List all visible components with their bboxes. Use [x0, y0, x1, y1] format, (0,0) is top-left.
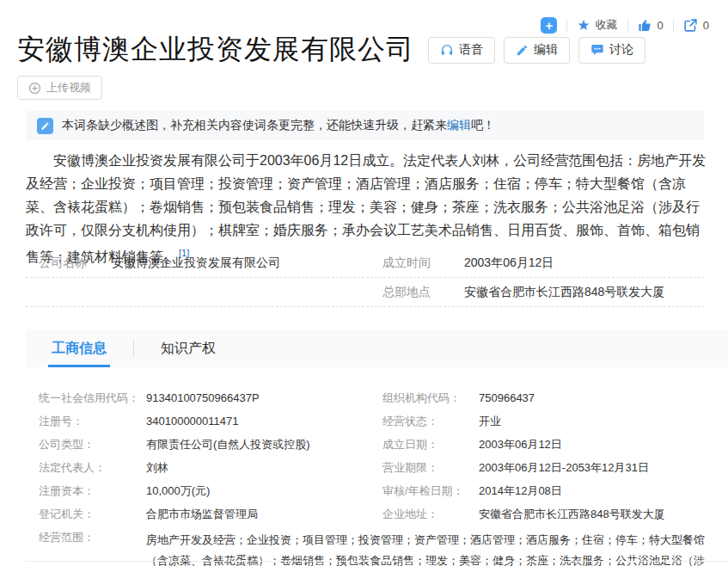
table-row: 注册资本： 10,000万(元) 审核/年检日期： 2014年12月08日 [39, 479, 707, 502]
divider [673, 19, 674, 32]
term-value: 2003年06月12日-2053年12月31日 [479, 460, 707, 476]
upload-video-button[interactable]: 上传视频 [17, 76, 102, 100]
divider [566, 19, 567, 32]
company-name-value: 安徽博澳企业投资发展有限公司 [112, 255, 382, 271]
org-code-label: 组织机构代码： [382, 391, 479, 406]
address-label: 企业地址： [382, 507, 479, 522]
table-row: 公司名称 安徽博澳企业投资发展有限公司 成立时间 2003年06月12日 [26, 249, 705, 278]
upload-video-label: 上传视频 [46, 80, 91, 95]
tab-business-info[interactable]: 工商信息 [50, 329, 108, 367]
divider [133, 340, 134, 357]
hq-value: 安徽省合肥市长江西路848号联发大厦 [464, 285, 705, 300]
divider [627, 19, 628, 32]
like-button[interactable]: 0 [638, 18, 664, 33]
table-row: 总部地点 安徽省合肥市长江西路848号联发大厦 [26, 278, 705, 307]
voice-label: 语音 [459, 42, 483, 58]
table-row: 登记机关： 合肥市市场监督管理局 企业地址： 安徽省合肥市长江西路848号联发大… [39, 502, 707, 526]
company-type-label: 公司类型： [39, 437, 146, 452]
table-row: 法定代表人： 刘林 营业期限： 2003年06月12日-2053年12月31日 [39, 456, 707, 479]
address-value: 安徽省合肥市长江西路848号联发大厦 [479, 507, 707, 522]
founded-value: 2003年06月12日 [464, 255, 705, 271]
notice-text: 本词条缺少概述图，补充相关内容使词条更完整，还能快速升级，赶紧来编辑吧！ [62, 118, 495, 133]
reg-capital-label: 注册资本： [39, 483, 146, 499]
edit-label: 编辑 [534, 42, 558, 58]
status-label: 经营状态： [382, 414, 479, 429]
table-row: 公司类型： 有限责任公司(自然人投资或控股) 成立日期： 2003年06月12日 [39, 433, 707, 456]
thumb-up-icon [638, 18, 652, 33]
table-row: 统一社会信用代码： 91340100750966437P 组织机构代码： 750… [39, 386, 707, 409]
share-count: 0 [703, 19, 709, 32]
status-value: 开业 [479, 414, 707, 429]
circle-plus-icon [28, 82, 41, 95]
title-buttons: 语音 编辑 讨论 [428, 37, 645, 64]
reg-number-value: 340100000011471 [146, 415, 382, 428]
credit-code-label: 统一社会信用代码： [39, 391, 146, 406]
divider [26, 561, 728, 562]
company-name-label: 公司名称 [39, 255, 112, 271]
comment-icon [590, 43, 604, 57]
page-title: 安徽博澳企业投资发展有限公司 [17, 31, 414, 69]
org-code-value: 750966437 [479, 391, 707, 404]
edit-button[interactable]: 编辑 [504, 37, 570, 64]
notice-bar: 本词条缺少概述图，补充相关内容使词条更完整，还能快速升级，赶紧来编辑吧！ [26, 111, 704, 140]
legal-rep-label: 法定代表人： [39, 460, 146, 476]
voice-button[interactable]: 语音 [428, 37, 495, 64]
entry-page: + ★ 收藏 0 0 安徽博澳企业投资发展有限公司 语音 编辑 [0, 0, 728, 566]
pencil-icon [516, 44, 529, 57]
pencil-badge-icon [37, 118, 53, 134]
share-button[interactable]: 0 [683, 18, 709, 33]
founded-label: 成立时间 [382, 255, 464, 271]
registry-label: 登记机关： [39, 507, 146, 522]
business-info-table: 统一社会信用代码： 91340100750966437P 组织机构代码： 750… [39, 386, 707, 566]
reg-capital-value: 10,000万(元) [146, 483, 382, 499]
registry-value: 合肥市市场监督管理局 [146, 507, 382, 522]
tab-intellectual-property[interactable]: 知识产权 [159, 329, 217, 367]
like-count: 0 [658, 19, 664, 32]
share-icon [683, 18, 698, 33]
inspection-date-label: 审核/年检日期： [382, 483, 479, 499]
company-type-value: 有限责任公司(自然人投资或控股) [146, 437, 382, 452]
term-label: 营业期限： [382, 460, 479, 476]
founded-date-value: 2003年06月12日 [479, 437, 707, 452]
headphones-icon [440, 43, 454, 57]
hq-label: 总部地点 [382, 285, 464, 300]
discuss-button[interactable]: 讨论 [578, 37, 645, 64]
inspection-date-value: 2014年12月08日 [479, 483, 707, 499]
basic-info-table: 公司名称 安徽博澳企业投资发展有限公司 成立时间 2003年06月12日 总部地… [26, 249, 705, 307]
legal-rep-value: 刘林 [146, 460, 382, 476]
tab-bar: 工商信息 知识产权 [26, 329, 728, 367]
founded-date-label: 成立日期： [382, 437, 479, 452]
table-row: 注册号： 340100000011471 经营状态： 开业 [39, 409, 707, 433]
notice-edit-link[interactable]: 编辑 [447, 118, 471, 132]
star-icon: ★ [577, 18, 590, 33]
discuss-label: 讨论 [609, 42, 633, 58]
reg-number-label: 注册号： [39, 414, 146, 429]
credit-code-value: 91340100750966437P [146, 391, 382, 404]
header: 安徽博澳企业投资发展有限公司 语音 编辑 讨论 [17, 31, 645, 69]
